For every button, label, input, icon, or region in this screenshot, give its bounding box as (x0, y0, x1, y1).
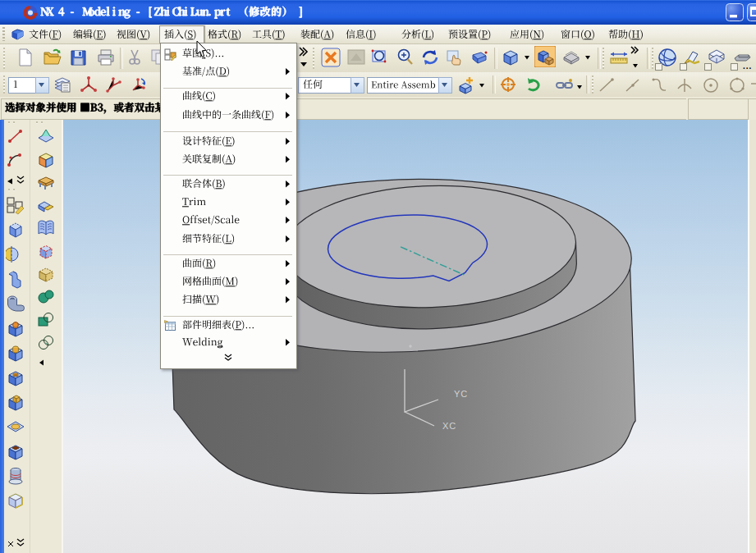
svg-text:XC: XC (442, 421, 456, 431)
svg-text:YC: YC (454, 389, 468, 399)
